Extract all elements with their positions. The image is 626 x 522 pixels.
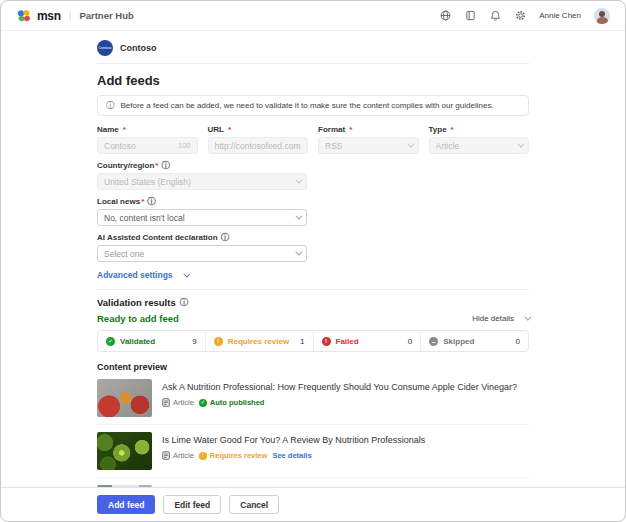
chevron-down-icon bbox=[295, 213, 302, 220]
preview-item: Professional Faqs: What Is The Quickest … bbox=[97, 478, 529, 487]
action-bar: Add feed Edit feed Cancel bbox=[1, 487, 625, 521]
article-thumbnail bbox=[97, 432, 152, 470]
notifications-icon[interactable] bbox=[489, 10, 501, 22]
info-icon: ⓘ bbox=[180, 298, 189, 307]
validation-status: Ready to add feed bbox=[97, 313, 179, 324]
format-field-group: Format RSS bbox=[318, 125, 419, 154]
name-char-counter: 100 bbox=[178, 141, 191, 150]
local-news-select[interactable]: No, content isn't local bbox=[97, 209, 307, 226]
info-icon: ⓘ bbox=[221, 233, 230, 242]
language-icon[interactable] bbox=[439, 10, 451, 22]
edit-feed-button[interactable]: Edit feed bbox=[163, 495, 221, 514]
stat-requires-review: Requires review 1 bbox=[206, 331, 314, 351]
preview-item: Is Lime Water Good For You? A Review By … bbox=[97, 425, 529, 478]
info-icon: ⓘ bbox=[147, 197, 156, 206]
article-title: Ask A Nutrition Professional: How Freque… bbox=[162, 382, 529, 392]
skipped-circle-icon bbox=[429, 337, 438, 346]
warning-circle-icon bbox=[199, 452, 207, 460]
msn-butterfly-logo-icon bbox=[16, 9, 32, 23]
top-actions: Annie Chen bbox=[439, 8, 610, 24]
check-circle-icon bbox=[199, 399, 207, 407]
country-select: United States (English) bbox=[97, 173, 307, 190]
type-select: Article bbox=[429, 137, 530, 154]
chevron-down-icon bbox=[517, 141, 524, 148]
publisher-avatar: Contoso bbox=[97, 40, 113, 56]
feed-basic-fields: Name Contoso 100 URL http://contosofeed.… bbox=[97, 125, 529, 154]
article-type: Article bbox=[162, 451, 194, 460]
info-icon: ⓘ bbox=[106, 101, 115, 110]
chevron-down-icon bbox=[295, 177, 302, 184]
article-icon bbox=[162, 398, 170, 407]
resources-icon[interactable] bbox=[464, 10, 476, 22]
article-title: Is Lime Water Good For You? A Review By … bbox=[162, 435, 529, 445]
advanced-settings-link[interactable]: Advanced settings bbox=[97, 270, 188, 280]
divider bbox=[97, 289, 529, 290]
chevron-down-icon bbox=[524, 314, 531, 321]
type-field-group: Type Article bbox=[429, 125, 530, 154]
stat-failed: Failed 0 bbox=[314, 331, 422, 351]
add-feed-button[interactable]: Add feed bbox=[97, 495, 155, 514]
url-field-group: URL http://contosofeed.com bbox=[208, 125, 309, 154]
ai-declaration-label: AI Assisted Content declaration ⓘ bbox=[97, 233, 307, 242]
validation-results-title: Validation results ⓘ bbox=[97, 297, 529, 308]
preview-item: Ask A Nutrition Professional: How Freque… bbox=[97, 372, 529, 425]
cancel-button[interactable]: Cancel bbox=[229, 495, 279, 514]
ai-declaration-field-group: AI Assisted Content declaration ⓘ Select… bbox=[97, 233, 307, 262]
publish-status: Auto published bbox=[199, 398, 265, 407]
guidelines-banner: ⓘ Before a feed can be added, we need to… bbox=[97, 95, 529, 116]
brand-name: msn bbox=[37, 9, 61, 23]
url-label: URL bbox=[208, 125, 309, 134]
hide-details-toggle[interactable]: Hide details bbox=[472, 314, 529, 323]
name-label: Name bbox=[97, 125, 198, 134]
review-status: Requires review bbox=[199, 451, 268, 460]
banner-text: Before a feed can be added, we need to v… bbox=[121, 101, 494, 110]
see-details-link[interactable]: See details bbox=[272, 451, 311, 460]
name-input: Contoso 100 bbox=[97, 137, 198, 154]
article-icon bbox=[162, 451, 170, 460]
error-circle-icon bbox=[322, 337, 331, 346]
stat-validated: Validated 9 bbox=[98, 331, 206, 351]
chevron-down-icon bbox=[183, 270, 190, 277]
article-thumbnail bbox=[97, 379, 152, 417]
check-circle-icon bbox=[106, 337, 115, 346]
partner-hub-window: msn | Partner Hub bbox=[0, 0, 626, 522]
content-preview-title: Content preview bbox=[97, 362, 529, 372]
format-select: RSS bbox=[318, 137, 419, 154]
divider bbox=[97, 63, 529, 64]
page-title: Add feeds bbox=[97, 73, 529, 88]
settings-icon[interactable] bbox=[514, 10, 526, 22]
validation-stats: Validated 9 Requires review 1 Failed 0 S… bbox=[97, 330, 529, 352]
publisher-row: Contoso Contoso bbox=[97, 40, 529, 56]
brand-separator: | bbox=[69, 10, 72, 21]
stat-skipped: Skipped 0 bbox=[421, 331, 528, 351]
name-field-group: Name Contoso 100 bbox=[97, 125, 198, 154]
local-news-label: Local news ⓘ bbox=[97, 197, 307, 206]
country-label: Country/region ⓘ bbox=[97, 161, 307, 170]
warning-circle-icon bbox=[214, 337, 223, 346]
chevron-down-icon bbox=[295, 249, 302, 256]
top-bar: msn | Partner Hub bbox=[1, 1, 625, 31]
brand-area: msn | Partner Hub bbox=[16, 9, 134, 23]
publisher-name: Contoso bbox=[120, 43, 157, 53]
main-content: Contoso Contoso Add feeds ⓘ Before a fee… bbox=[1, 31, 625, 487]
country-field-group: Country/region ⓘ United States (English) bbox=[97, 161, 307, 190]
user-name: Annie Chen bbox=[539, 11, 581, 20]
local-news-field-group: Local news ⓘ No, content isn't local bbox=[97, 197, 307, 226]
info-icon: ⓘ bbox=[161, 161, 170, 170]
format-label: Format bbox=[318, 125, 419, 134]
url-input: http://contosofeed.com bbox=[208, 137, 309, 154]
validation-status-row: Ready to add feed Hide details bbox=[97, 313, 529, 324]
ai-declaration-select[interactable]: Select one bbox=[97, 245, 307, 262]
chevron-down-icon bbox=[407, 141, 414, 148]
article-type: Article bbox=[162, 398, 194, 407]
user-avatar[interactable] bbox=[594, 8, 610, 24]
type-label: Type bbox=[429, 125, 530, 134]
app-name: Partner Hub bbox=[79, 10, 133, 21]
